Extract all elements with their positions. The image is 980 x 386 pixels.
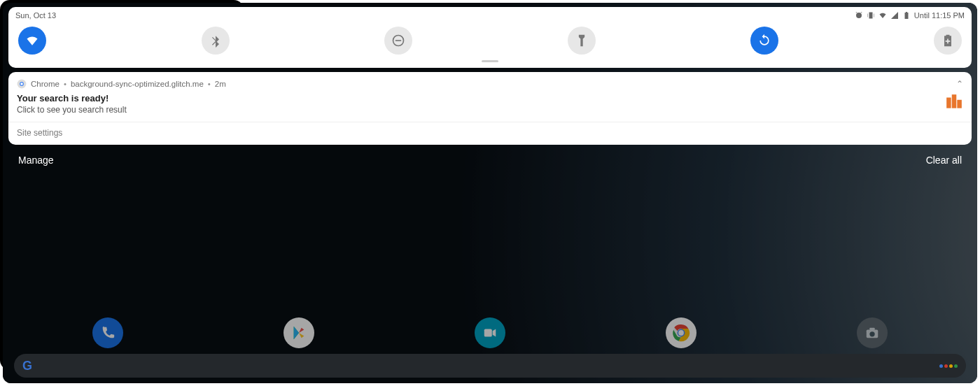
phone-icon	[100, 325, 115, 341]
notification-header: Chrome • background-sync-optimized.glitc…	[17, 79, 244, 89]
manage-button[interactable]: Manage	[18, 155, 54, 166]
qs-bluetooth[interactable]	[202, 27, 230, 55]
notification-site: background-sync-optimized.glitch.me	[71, 80, 204, 88]
notification-text-block: Your search is ready! Click to see you s…	[17, 93, 127, 115]
notification-shade: Sun, Oct 13 Until 11:15 PM	[3, 3, 244, 169]
quick-settings-row	[15, 20, 244, 56]
panel-phone-notification: Sun, Oct 13 Until 11:15 PM	[0, 0, 244, 370]
divider	[8, 122, 244, 122]
status-row: Sun, Oct 13 Until 11:15 PM	[15, 11, 244, 20]
chrome-icon	[17, 79, 27, 89]
google-g-icon: G	[22, 359, 32, 371]
notification-card[interactable]: Chrome • background-sync-optimized.glitc…	[8, 72, 244, 145]
notification-app: Chrome	[31, 80, 59, 88]
notification-age: 2m	[215, 80, 226, 88]
separator-dot: •	[64, 80, 66, 88]
svg-point-4	[20, 83, 23, 85]
notification-title: Your search is ready!	[17, 93, 127, 103]
dock	[3, 317, 244, 348]
bluetooth-icon	[209, 34, 223, 48]
wifi-icon	[25, 34, 39, 48]
app-phone[interactable]	[92, 317, 123, 348]
site-settings-link[interactable]: Site settings	[17, 128, 244, 138]
google-search-pill[interactable]: G	[14, 354, 244, 370]
shade-actions: Manage Clear all	[8, 149, 244, 169]
phone-screen: Sun, Oct 13 Until 11:15 PM	[3, 3, 244, 370]
notification-text: Click to see you search result	[17, 105, 127, 115]
status-date: Sun, Oct 13	[15, 11, 56, 20]
qs-wifi[interactable]	[18, 27, 46, 55]
separator-dot: •	[208, 80, 211, 88]
quick-settings-card: Sun, Oct 13 Until 11:15 PM	[8, 7, 244, 68]
